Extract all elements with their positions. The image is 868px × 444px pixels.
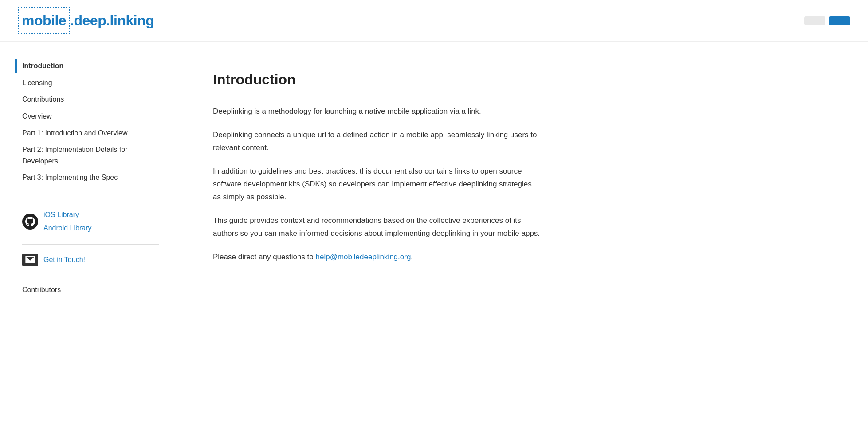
paragraph-1: Deeplinking is a methodology for launchi… [213, 105, 541, 118]
sidebar-github: iOS Library Android Library [22, 209, 159, 234]
paragraph-5: Please direct any questions to help@mobi… [213, 251, 541, 264]
contributors-label: Contributors [22, 284, 159, 296]
contact-prefix: Please direct any questions to [213, 253, 314, 261]
paragraph-2: Deeplinking connects a unique url to a d… [213, 129, 541, 155]
sidebar-item-contributions[interactable]: Contributions [22, 93, 159, 106]
sidebar-link-licensing[interactable]: Licensing [22, 76, 159, 90]
sidebar-divider-2 [22, 275, 159, 275]
sidebar-nav: Introduction Licensing Contributions Ove… [22, 59, 159, 184]
sidebar-link-part2[interactable]: Part 2: Implementation Details for Devel… [22, 143, 159, 167]
contact-link[interactable]: Get in Touch! [43, 254, 85, 266]
contact-email-link[interactable]: help@mobiledeeplinking.org [316, 253, 411, 261]
contact-suffix: . [411, 253, 413, 261]
page-title: Introduction [213, 68, 541, 91]
logo-mobile: mobile [18, 7, 70, 34]
github-svg [25, 217, 35, 226]
ios-library-link[interactable]: iOS Library [43, 209, 92, 221]
sidebar-divider-1 [22, 244, 159, 245]
page-layout: Introduction Licensing Contributions Ove… [0, 42, 868, 313]
sidebar-libraries-section: iOS Library Android Library Get in Touch… [22, 198, 159, 296]
sidebar-item-part1[interactable]: Part 1: Introduction and Overview [22, 127, 159, 140]
sidebar: Introduction Licensing Contributions Ove… [0, 42, 177, 313]
sidebar-item-part3[interactable]: Part 3: Implementing the Spec [22, 171, 159, 184]
header-buttons [804, 16, 850, 25]
paragraph-3: In addition to guidelines and best pract… [213, 165, 541, 204]
logo: mobile.deep.linking [18, 7, 154, 34]
header: mobile.deep.linking [0, 0, 868, 42]
email-svg [25, 256, 35, 263]
sidebar-link-overview[interactable]: Overview [22, 110, 159, 123]
main-content: Introduction Deeplinking is a methodolog… [177, 42, 577, 313]
sidebar-link-contributions[interactable]: Contributions [22, 93, 159, 106]
sidebar-contact-row: Get in Touch! [22, 254, 159, 266]
github-links: iOS Library Android Library [43, 209, 92, 234]
header-blue-button[interactable] [829, 16, 850, 25]
sidebar-ios-row: iOS Library Android Library [22, 209, 159, 234]
logo-text: mobile.deep.linking [18, 7, 154, 34]
sidebar-item-licensing[interactable]: Licensing [22, 76, 159, 90]
logo-domain: .deep.linking [70, 12, 154, 28]
paragraph-4: This guide provides context and recommen… [213, 214, 541, 240]
email-icon [22, 254, 38, 266]
sidebar-link-introduction[interactable]: Introduction [15, 59, 159, 73]
sidebar-item-introduction[interactable]: Introduction [22, 59, 159, 73]
sidebar-item-overview[interactable]: Overview [22, 110, 159, 123]
sidebar-link-part1[interactable]: Part 1: Introduction and Overview [22, 127, 159, 140]
sidebar-link-part3[interactable]: Part 3: Implementing the Spec [22, 171, 159, 184]
sidebar-item-part2[interactable]: Part 2: Implementation Details for Devel… [22, 143, 159, 167]
github-icon [22, 214, 38, 230]
header-light-button[interactable] [804, 16, 825, 25]
android-library-link[interactable]: Android Library [43, 222, 92, 234]
